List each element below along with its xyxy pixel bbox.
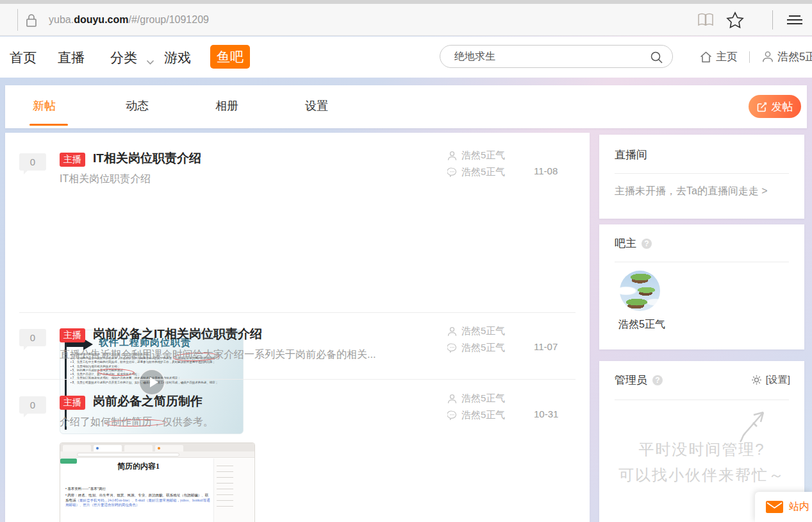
commenter-name: 浩然5正气 xyxy=(461,342,505,354)
post-excerpt: IT相关岗位职责介绍 xyxy=(60,173,151,186)
comment-count-bubble: 0 xyxy=(19,396,46,414)
comment-count-bubble: 0 xyxy=(19,153,46,171)
help-icon[interactable]: ? xyxy=(642,239,652,249)
author-name: 浩然5正气 xyxy=(461,149,505,162)
search-input[interactable] xyxy=(454,49,640,64)
nav-category[interactable]: 分类 xyxy=(110,49,137,67)
home-icon xyxy=(700,51,712,63)
commenter-name: 浩然5正气 xyxy=(461,166,505,178)
site-message-label: 站内 xyxy=(789,500,809,514)
author-icon xyxy=(447,394,457,404)
mini-sidebar: ★★★★★ ★★★★★ ★★★★★ ★★★★★ ★★★★★ ★★★★★ ★★★★… xyxy=(213,459,254,522)
comment-icon xyxy=(447,343,457,353)
lock-icon xyxy=(24,13,38,31)
tab-album[interactable]: 相册 xyxy=(215,98,238,114)
username-label: 浩然5正气 xyxy=(777,49,812,64)
post-excerpt: 直播公告近期会利用课余时间给大家介绍一系列关于岗前必备的相关... xyxy=(60,348,376,362)
site-message-widget[interactable]: 站内 xyxy=(755,492,812,522)
streamer-badge: 主播 xyxy=(60,328,85,342)
tab-settings[interactable]: 设置 xyxy=(305,98,328,114)
post-image-thumbnail[interactable]: ★★★★★ ★★★★★ ★★★★★ ★★★★★ ★★★★★ ★★★★★ ★★★★… xyxy=(60,442,255,522)
admin-settings-link[interactable]: [设置] xyxy=(751,374,790,386)
search-box xyxy=(440,45,673,68)
post-last-commenter[interactable]: 浩然5正气 xyxy=(447,409,505,421)
post-author[interactable]: 浩然5正气 xyxy=(447,325,505,337)
author-icon xyxy=(447,326,457,337)
reading-list-icon[interactable] xyxy=(697,12,715,31)
mini-browser-tabs xyxy=(60,443,255,451)
tab-new-posts[interactable]: 新帖 xyxy=(33,98,56,114)
toolbar-divider xyxy=(17,9,18,31)
post-title[interactable]: 岗前必备之IT相关岗位职责介绍 xyxy=(93,326,262,342)
url-domain: douyu.com xyxy=(74,14,128,25)
url-prefix: yuba. xyxy=(49,14,74,25)
owner-name[interactable]: 浩然5正气 xyxy=(618,318,665,332)
admin-settings-label: [设置] xyxy=(766,374,790,386)
create-post-button[interactable]: 发帖 xyxy=(749,95,801,118)
divider xyxy=(615,173,789,174)
tab-activity[interactable]: 动态 xyxy=(126,98,149,114)
divider xyxy=(749,51,750,63)
search-icon[interactable] xyxy=(650,51,663,67)
comment-count-bubble: 0 xyxy=(19,329,46,346)
post-date: 10-31 xyxy=(534,408,558,419)
admin-title: 管理员 ? xyxy=(615,373,663,387)
site-nav: 首页 直播 分类 游戏 鱼吧 主页 浩然5正气 xyxy=(0,37,812,78)
mini-doc-title: 简历的内容1 xyxy=(65,461,211,472)
create-post-label: 发帖 xyxy=(772,99,793,114)
user-link[interactable]: 浩然5正气 xyxy=(762,49,812,64)
toolbar-divider xyxy=(772,10,773,29)
gear-icon xyxy=(751,375,762,385)
admin-hint-line2: 可以找小伙伴来帮忙～ xyxy=(599,465,804,485)
page: yuba.douyu.com/#/group/1091209 首页 直播 分类 … xyxy=(0,0,812,522)
streamer-badge: 主播 xyxy=(60,153,85,167)
post-divider xyxy=(19,379,576,380)
admin-hint-line1: 平时没时间管理? xyxy=(599,439,804,460)
post-last-commenter[interactable]: 浩然5正气 xyxy=(447,342,505,354)
live-room-title: 直播间 xyxy=(615,147,647,162)
homepage-link[interactable]: 主页 xyxy=(700,49,738,64)
nav-games[interactable]: 游戏 xyxy=(164,49,191,67)
post-divider xyxy=(19,312,576,313)
user-icon xyxy=(762,51,774,63)
post-date: 11-07 xyxy=(534,341,558,352)
bar-owner-card: 吧主 ? 浩然5正气 xyxy=(599,224,804,349)
help-icon[interactable]: ? xyxy=(652,375,663,385)
post-last-commenter[interactable]: 浩然5正气 xyxy=(447,166,505,178)
tabs-card: 新帖 动态 相册 设置 发帖 xyxy=(5,85,807,128)
url-text[interactable]: yuba.douyu.com/#/group/1091209 xyxy=(49,14,209,26)
author-name: 浩然5正气 xyxy=(461,392,505,405)
homepage-label: 主页 xyxy=(716,49,738,64)
browser-address-bar: yuba.douyu.com/#/group/1091209 xyxy=(0,4,812,36)
live-room-card: 直播间 主播未开播，去Ta的直播间走走 > xyxy=(599,135,804,219)
owner-avatar[interactable] xyxy=(620,271,660,311)
divider xyxy=(615,400,789,400)
play-button-icon[interactable] xyxy=(138,369,165,396)
commenter-name: 浩然5正气 xyxy=(461,409,505,421)
user-area: 主页 浩然5正气 xyxy=(700,49,812,66)
active-tab-underline xyxy=(29,124,68,126)
comment-count: 0 xyxy=(30,400,35,410)
author-icon xyxy=(447,151,457,161)
mini-document: 简历的内容1 • 基本资料——“基本”两行 • 内容：姓名、性别、出生年月、籍贯… xyxy=(65,461,211,522)
favorites-star-icon[interactable] xyxy=(726,12,744,31)
comment-icon xyxy=(447,167,457,177)
nav-fishbar-button[interactable]: 鱼吧 xyxy=(210,45,250,69)
live-room-link[interactable]: 主播未开播，去Ta的直播间走走 > xyxy=(615,185,768,198)
mini-browser-addressbar xyxy=(60,451,255,458)
nav-live[interactable]: 直播 xyxy=(58,49,85,67)
post-list: 0 主播 IT相关岗位职责介绍 IT相关岗位职责介绍 浩然5正气 浩然5正气 1… xyxy=(5,133,590,522)
streamer-badge: 主播 xyxy=(60,396,85,410)
menu-icon[interactable] xyxy=(785,12,804,31)
post-title[interactable]: IT相关岗位职责介绍 xyxy=(93,150,201,167)
nav-home[interactable]: 首页 xyxy=(10,49,37,67)
post-title[interactable]: 岗前必备之简历制作 xyxy=(93,393,203,410)
divider xyxy=(615,262,789,262)
envelope-icon xyxy=(766,501,783,513)
comment-icon xyxy=(447,410,457,420)
compose-icon xyxy=(757,101,768,112)
post-author[interactable]: 浩然5正气 xyxy=(447,149,505,162)
comment-count: 0 xyxy=(30,332,35,343)
comment-count: 0 xyxy=(30,156,35,167)
post-author[interactable]: 浩然5正气 xyxy=(447,392,505,405)
